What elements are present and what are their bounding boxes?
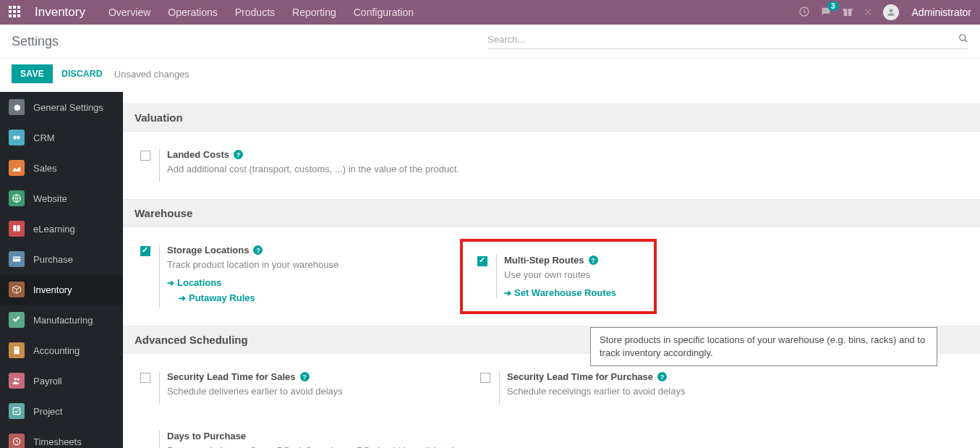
sidebar-item-purchase[interactable]: Purchase [0, 244, 123, 274]
sidebar-item-label: Payroll [33, 376, 62, 386]
nav-operations[interactable]: Operations [168, 7, 217, 18]
checkbox-sales-lead[interactable] [140, 373, 150, 383]
sidebar-item-label: Manufacturing [33, 315, 93, 326]
setting-desc: Track product location in your warehouse [167, 258, 469, 271]
link-locations[interactable]: ➔Locations [167, 277, 469, 288]
link-set-warehouse-routes[interactable]: ➔Set Warehouse Routes [504, 287, 648, 298]
highlight-multi-step-routes: Multi-Step Routes ? Use your own routes … [460, 239, 657, 314]
sidebar-item-manufacturing[interactable]: Manufacturing [0, 305, 123, 335]
setting-label: Landed Costs [167, 149, 229, 160]
section-warehouse: Warehouse [123, 199, 980, 227]
arrow-icon: ➔ [167, 278, 174, 288]
help-icon[interactable]: ? [657, 372, 667, 381]
tools-icon[interactable]: ✕ [864, 6, 873, 19]
brand-title[interactable]: Inventory [35, 5, 85, 20]
user-name[interactable]: Administrator [912, 7, 971, 18]
sidebar-item-label: Sales [33, 163, 57, 174]
gift-icon[interactable] [842, 6, 853, 20]
box-icon [9, 282, 25, 297]
page-title: Settings [12, 34, 59, 49]
sidebar-item-accounting[interactable]: Accounting [0, 335, 123, 365]
wrench-icon [9, 312, 25, 328]
chart-icon [9, 160, 25, 176]
sidebar-item-label: eLearning [33, 224, 75, 234]
setting-label: Multi-Step Routes [504, 255, 584, 266]
top-nav: Inventory Overview Operations Products R… [0, 0, 980, 25]
checkbox-purchase-lead[interactable] [480, 373, 490, 383]
nav-reporting[interactable]: Reporting [292, 7, 336, 18]
help-icon[interactable]: ? [253, 245, 263, 255]
setting-label: Storage Locations [167, 245, 249, 255]
svg-rect-12 [15, 349, 19, 350]
sidebar-item-label: Accounting [33, 345, 80, 356]
check-icon [9, 403, 25, 419]
sidebar-item-general[interactable]: General Settings [0, 92, 123, 122]
arrow-icon: ➔ [179, 293, 186, 303]
nav-products[interactable]: Products [235, 7, 275, 18]
setting-desc: Days needed to confirm a PO, define when… [167, 444, 963, 448]
setting-desc: Add additional cost (transport, customs,… [167, 163, 469, 176]
main-area: General Settings CRM Sales Website eLear… [0, 92, 980, 448]
buttons-row: SAVE DISCARD Unsaved changes [0, 59, 980, 92]
help-icon[interactable]: ? [300, 372, 310, 381]
svg-point-13 [14, 378, 17, 381]
sidebar-item-label: Project [33, 406, 62, 417]
svg-line-6 [965, 40, 968, 43]
setting-purchase-lead: Security Lead Time for Purchase ? Schedu… [474, 365, 814, 410]
sidebar: General Settings CRM Sales Website eLear… [0, 92, 123, 448]
tooltip: Store products in specific locations of … [590, 327, 937, 366]
chat-icon[interactable]: 3 [820, 6, 832, 20]
sidebar-item-payroll[interactable]: Payroll [0, 365, 123, 396]
setting-landed-costs: Landed Costs ? Add additional cost (tran… [135, 143, 474, 187]
globe-icon [9, 190, 25, 206]
sidebar-item-sales[interactable]: Sales [0, 153, 123, 183]
svg-rect-11 [15, 348, 19, 349]
link-putaway-rules[interactable]: ➔Putaway Rules [179, 292, 469, 303]
nav-right: 3 ✕ Administrator [798, 4, 971, 20]
unsaved-msg: Unsaved changes [114, 69, 189, 80]
setting-storage-locations: Storage Locations ? Track product locati… [135, 239, 474, 314]
nav-configuration[interactable]: Configuration [354, 7, 414, 18]
avatar[interactable] [883, 4, 899, 20]
help-icon[interactable]: ? [234, 150, 243, 159]
sidebar-item-website[interactable]: Website [0, 183, 123, 214]
setting-label: Days to Purchase [167, 431, 246, 441]
sidebar-item-label: Purchase [33, 254, 73, 265]
sidebar-item-label: CRM [33, 132, 55, 143]
checkbox-storage-locations[interactable] [140, 246, 150, 256]
scheduling-grid: Security Lead Time for Sales ? Schedule … [123, 354, 980, 448]
document-icon [9, 342, 25, 358]
activity-icon[interactable] [798, 6, 810, 20]
svg-rect-15 [13, 407, 20, 414]
svg-rect-9 [13, 258, 21, 258]
nav-overview[interactable]: Overview [108, 7, 150, 18]
warehouse-grid: Storage Locations ? Track product locati… [123, 227, 980, 326]
nav-menu: Overview Operations Products Reporting C… [108, 7, 414, 18]
apps-icon[interactable] [9, 6, 22, 19]
clock-icon [9, 434, 25, 448]
sidebar-item-label: Inventory [33, 284, 72, 295]
checkbox-multi-step-routes[interactable] [477, 256, 487, 266]
svg-point-4 [889, 9, 892, 12]
sidebar-item-crm[interactable]: CRM [0, 122, 123, 153]
discard-button[interactable]: DISCARD [61, 69, 103, 79]
sidebar-item-timesheets[interactable]: Timesheets [0, 426, 123, 448]
sidebar-item-elearning[interactable]: eLearning [0, 214, 123, 244]
help-icon[interactable]: ? [589, 255, 598, 265]
setting-label: Security Lead Time for Purchase [507, 371, 653, 382]
sidebar-item-project[interactable]: Project [0, 396, 123, 426]
people-icon [9, 373, 25, 389]
search-wrap [487, 33, 968, 49]
sidebar-item-inventory[interactable]: Inventory [0, 274, 123, 305]
search-input[interactable] [487, 34, 958, 45]
search-icon[interactable] [958, 33, 968, 46]
arrow-icon: ➔ [504, 288, 511, 298]
svg-point-5 [960, 35, 966, 41]
control-panel: Settings [0, 25, 980, 59]
svg-rect-10 [14, 347, 20, 355]
handshake-icon [9, 130, 25, 145]
setting-desc: Schedule deliveries earlier to avoid del… [167, 385, 469, 398]
save-button[interactable]: SAVE [12, 64, 53, 83]
setting-desc: Use your own routes [504, 269, 648, 282]
checkbox-landed-costs[interactable] [140, 151, 150, 161]
